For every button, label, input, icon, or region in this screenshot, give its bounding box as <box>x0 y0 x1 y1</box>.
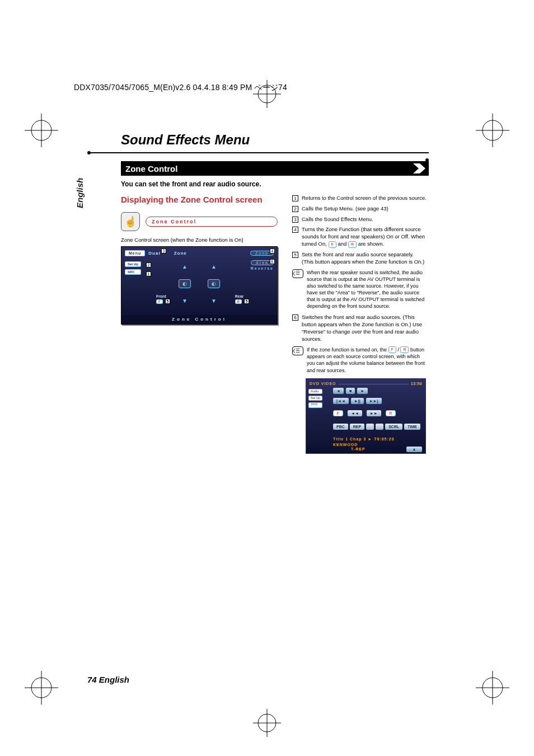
crop-mark <box>25 671 58 705</box>
front-label: Front F 5 <box>156 294 170 304</box>
rew-button: ◄◄ <box>348 410 362 416</box>
f-badge: F <box>388 346 396 353</box>
stop-button: ■ <box>346 388 355 394</box>
r-badge: R <box>348 241 357 248</box>
dual-knob: ▲◐▼ <box>179 264 191 304</box>
prev-chapter-button: ◄ <box>333 388 344 394</box>
sub-heading: Displaying the Zone Control screen <box>121 195 278 205</box>
time-button: TIME <box>404 424 420 430</box>
r-badge: R <box>400 346 409 353</box>
dvd-info: Title 1 Chap 3 ► T0:05:20 <box>333 436 395 442</box>
print-header-line: DDX7035/7045/7065_M(En)v2.6 04.4.18 8:49… <box>74 83 287 93</box>
num-3: 3 <box>292 217 298 223</box>
ff-button: ►► <box>367 410 381 416</box>
fold-mark <box>253 709 281 737</box>
note-2: If the zone function is turned on, the F… <box>307 346 427 374</box>
desc-3: Calls the Sound Effects Menu. <box>302 216 427 223</box>
rear-vol-button: R <box>386 410 396 416</box>
num-2: 2 <box>292 206 298 212</box>
page-number: 74 English <box>87 675 129 684</box>
dvd-time: 13:50 <box>411 381 422 387</box>
note-icon: ☰ <box>292 346 303 355</box>
front-vol-button: F <box>333 410 343 416</box>
src-button: SRC <box>125 269 141 275</box>
num-5: 5 <box>292 252 298 258</box>
callout-2: 2 <box>146 262 151 267</box>
section-heading: Zone Control <box>121 161 429 176</box>
callout-list: 1 Returns to the Control screen of the p… <box>292 195 427 266</box>
touch-icon: ☝ <box>121 212 140 231</box>
callout-5b: 5 <box>244 299 249 304</box>
arrow-right-icon <box>413 163 425 173</box>
blank-button <box>366 424 374 430</box>
dual-label: Dual <box>148 251 160 256</box>
callout-4: 4 <box>270 248 275 253</box>
dvd-title: DVD VIDEO <box>310 381 336 386</box>
menu-button: Menu <box>125 250 145 256</box>
crop-mark <box>25 114 58 147</box>
note-1: When the rear speaker sound is switched,… <box>307 269 427 310</box>
zone-control-screenshot: Menu Dual Zone Zone 3 4 Set Up SRC 2 1 A… <box>121 246 278 325</box>
zone-knob: ▲◐▼ <box>208 264 220 304</box>
scroll-button: ▲ <box>406 447 422 452</box>
desc-4: Turns the Zone Function (that sets diffe… <box>302 226 427 247</box>
section-description: You can set the front and rear audio sou… <box>121 180 429 188</box>
num-4: 4 <box>292 227 298 233</box>
side-button: ???? <box>308 402 322 407</box>
setup-button: Set Up <box>308 396 322 401</box>
screenshot-footer: Zone Control <box>121 315 277 324</box>
zone-control-pill: Zone Control <box>146 217 278 227</box>
callout-1: 1 <box>146 271 151 276</box>
trep-label: T-REP <box>351 447 366 452</box>
svg-marker-18 <box>413 163 425 173</box>
crop-mark <box>476 671 509 705</box>
screenshot-caption: Zone Control screen (when the Zone funct… <box>121 237 278 243</box>
title-rule <box>87 151 429 154</box>
callout-3: 3 <box>161 248 166 253</box>
desc-2: Calls the Setup Menu. (see page 43) <box>302 205 427 213</box>
rep-button: REP <box>350 424 364 430</box>
f-badge: F <box>329 241 336 248</box>
play-pause-button: ►|| <box>351 398 364 404</box>
next-chapter-button: ► <box>357 388 368 394</box>
page-title: Sound Effects Menu <box>121 132 429 148</box>
num-1: 1 <box>292 195 298 201</box>
blank-button <box>376 424 383 430</box>
num-6: 6 <box>292 314 298 321</box>
rear-label: Rear R 5 <box>235 294 249 304</box>
zone-label: Zone <box>174 251 187 256</box>
setup-button: Set Up <box>125 261 141 267</box>
desc-5: Sets the front and rear audio source sep… <box>302 251 427 266</box>
skip-back-button: |◄◄ <box>333 398 349 404</box>
scrl-button: SCRL <box>385 424 402 430</box>
pbc-button: PBC <box>333 424 348 430</box>
desc-1: Returns to the Control screen of the pre… <box>302 195 427 202</box>
desc-6: Switches the front and rear audio source… <box>302 314 427 342</box>
skip-fwd-button: ►►| <box>366 398 382 404</box>
callout-5: 5 <box>165 299 170 304</box>
audio-button: Audio <box>308 389 322 394</box>
crop-mark <box>476 114 509 147</box>
dvd-video-screenshot: DVD VIDEO 13:50 Audio Set Up ???? ◄ ■ ► <box>306 378 426 454</box>
note-icon: ☰ <box>292 269 303 278</box>
